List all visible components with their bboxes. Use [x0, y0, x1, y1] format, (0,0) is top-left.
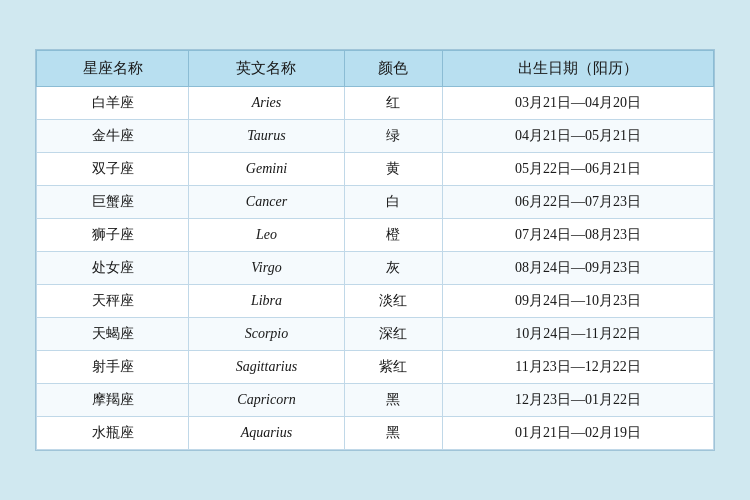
- cell-color: 绿: [344, 120, 443, 153]
- cell-chinese-name: 射手座: [37, 351, 189, 384]
- cell-chinese-name: 天秤座: [37, 285, 189, 318]
- cell-dates: 08月24日—09月23日: [443, 252, 714, 285]
- cell-chinese-name: 白羊座: [37, 87, 189, 120]
- cell-english-name: Aquarius: [189, 417, 344, 450]
- cell-english-name: Taurus: [189, 120, 344, 153]
- cell-dates: 12月23日—01月22日: [443, 384, 714, 417]
- table-row: 金牛座Taurus绿04月21日—05月21日: [37, 120, 714, 153]
- cell-chinese-name: 狮子座: [37, 219, 189, 252]
- header-chinese-name: 星座名称: [37, 51, 189, 87]
- cell-dates: 11月23日—12月22日: [443, 351, 714, 384]
- table-row: 巨蟹座Cancer白06月22日—07月23日: [37, 186, 714, 219]
- table-row: 狮子座Leo橙07月24日—08月23日: [37, 219, 714, 252]
- header-dates: 出生日期（阳历）: [443, 51, 714, 87]
- cell-dates: 09月24日—10月23日: [443, 285, 714, 318]
- cell-dates: 06月22日—07月23日: [443, 186, 714, 219]
- cell-color: 黑: [344, 384, 443, 417]
- cell-color: 灰: [344, 252, 443, 285]
- cell-dates: 04月21日—05月21日: [443, 120, 714, 153]
- cell-color: 淡红: [344, 285, 443, 318]
- cell-dates: 01月21日—02月19日: [443, 417, 714, 450]
- zodiac-table-container: 星座名称 英文名称 颜色 出生日期（阳历） 白羊座Aries红03月21日—04…: [35, 49, 715, 451]
- cell-color: 白: [344, 186, 443, 219]
- header-english-name: 英文名称: [189, 51, 344, 87]
- cell-chinese-name: 巨蟹座: [37, 186, 189, 219]
- cell-chinese-name: 处女座: [37, 252, 189, 285]
- cell-english-name: Scorpio: [189, 318, 344, 351]
- cell-dates: 05月22日—06月21日: [443, 153, 714, 186]
- cell-dates: 07月24日—08月23日: [443, 219, 714, 252]
- cell-color: 紫红: [344, 351, 443, 384]
- table-row: 处女座Virgo灰08月24日—09月23日: [37, 252, 714, 285]
- table-header-row: 星座名称 英文名称 颜色 出生日期（阳历）: [37, 51, 714, 87]
- zodiac-table: 星座名称 英文名称 颜色 出生日期（阳历） 白羊座Aries红03月21日—04…: [36, 50, 714, 450]
- cell-english-name: Cancer: [189, 186, 344, 219]
- cell-english-name: Capricorn: [189, 384, 344, 417]
- table-row: 白羊座Aries红03月21日—04月20日: [37, 87, 714, 120]
- table-row: 水瓶座Aquarius黑01月21日—02月19日: [37, 417, 714, 450]
- table-row: 摩羯座Capricorn黑12月23日—01月22日: [37, 384, 714, 417]
- cell-chinese-name: 天蝎座: [37, 318, 189, 351]
- table-row: 天蝎座Scorpio深红10月24日—11月22日: [37, 318, 714, 351]
- cell-english-name: Aries: [189, 87, 344, 120]
- table-row: 双子座Gemini黄05月22日—06月21日: [37, 153, 714, 186]
- cell-english-name: Leo: [189, 219, 344, 252]
- cell-english-name: Gemini: [189, 153, 344, 186]
- cell-dates: 03月21日—04月20日: [443, 87, 714, 120]
- cell-color: 黄: [344, 153, 443, 186]
- cell-chinese-name: 摩羯座: [37, 384, 189, 417]
- cell-english-name: Sagittarius: [189, 351, 344, 384]
- cell-chinese-name: 双子座: [37, 153, 189, 186]
- cell-chinese-name: 水瓶座: [37, 417, 189, 450]
- cell-color: 黑: [344, 417, 443, 450]
- cell-color: 橙: [344, 219, 443, 252]
- cell-color: 深红: [344, 318, 443, 351]
- cell-dates: 10月24日—11月22日: [443, 318, 714, 351]
- table-row: 射手座Sagittarius紫红11月23日—12月22日: [37, 351, 714, 384]
- cell-english-name: Libra: [189, 285, 344, 318]
- table-body: 白羊座Aries红03月21日—04月20日金牛座Taurus绿04月21日—0…: [37, 87, 714, 450]
- table-row: 天秤座Libra淡红09月24日—10月23日: [37, 285, 714, 318]
- cell-color: 红: [344, 87, 443, 120]
- header-color: 颜色: [344, 51, 443, 87]
- cell-chinese-name: 金牛座: [37, 120, 189, 153]
- cell-english-name: Virgo: [189, 252, 344, 285]
